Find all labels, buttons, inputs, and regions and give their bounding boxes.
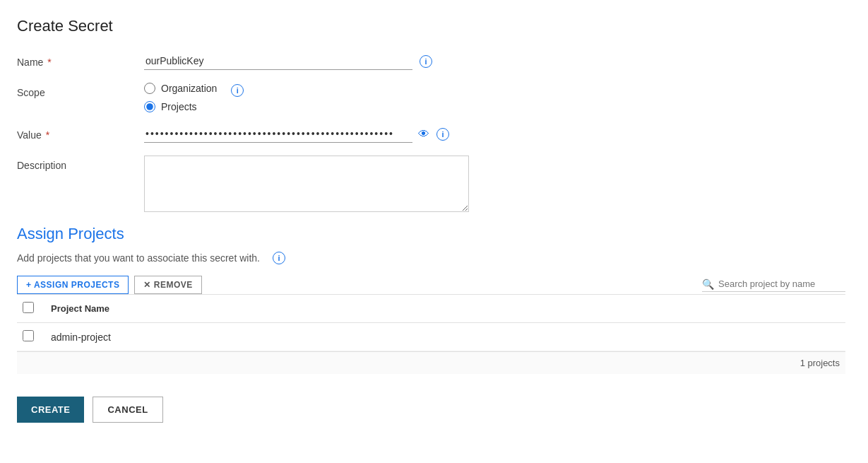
remove-button[interactable]: ✕ REMOVE bbox=[134, 276, 201, 294]
scope-options-wrap: Organization Projects i bbox=[144, 83, 244, 112]
assign-title-part1: Assign bbox=[17, 225, 68, 242]
table-footer: 1 projects bbox=[17, 351, 845, 374]
scope-projects-option[interactable]: Projects bbox=[144, 101, 217, 112]
select-all-checkbox[interactable] bbox=[23, 302, 34, 313]
description-label: Description bbox=[17, 156, 144, 171]
assign-title-part2: Projects bbox=[68, 225, 124, 242]
scope-organization-label: Organization bbox=[161, 83, 217, 94]
row-checkbox-cell bbox=[17, 323, 45, 351]
name-row: Name * i bbox=[17, 52, 845, 70]
value-row: Value * 👁 i bbox=[17, 125, 845, 143]
scope-options: Organization Projects bbox=[144, 83, 217, 112]
toggle-visibility-icon[interactable]: 👁 bbox=[418, 128, 429, 141]
scope-info-icon[interactable]: i bbox=[231, 84, 244, 97]
search-icon: 🔍 bbox=[702, 279, 714, 290]
create-button[interactable]: CREATE bbox=[17, 397, 84, 423]
value-required-indicator: * bbox=[43, 129, 49, 141]
action-buttons: CREATE CANCEL bbox=[17, 388, 845, 423]
assign-info-icon[interactable]: i bbox=[273, 252, 285, 264]
scope-control-wrap: Organization Projects i bbox=[144, 83, 845, 112]
assign-projects-title: Assign Projects bbox=[17, 225, 845, 243]
search-input[interactable] bbox=[718, 279, 845, 289]
name-label: Name * bbox=[17, 52, 144, 68]
cancel-button[interactable]: CANCEL bbox=[93, 397, 162, 423]
assign-projects-button[interactable]: + ASSIGN PROJECTS bbox=[17, 276, 129, 294]
description-textarea[interactable] bbox=[144, 156, 469, 212]
value-input[interactable] bbox=[144, 125, 412, 143]
required-indicator: * bbox=[44, 57, 51, 68]
scope-row: Scope Organization Projects i bbox=[17, 83, 845, 112]
value-label: Value * bbox=[17, 125, 144, 141]
description-control-wrap bbox=[144, 156, 845, 212]
page-title: Create Secret bbox=[17, 17, 845, 35]
value-control-wrap: 👁 i bbox=[144, 125, 845, 143]
scope-label: Scope bbox=[17, 83, 144, 98]
form-section: Name * i Scope Organization bbox=[17, 52, 845, 212]
scope-organization-radio[interactable] bbox=[144, 83, 155, 94]
assign-projects-section: Assign Projects Add projects that you wa… bbox=[17, 225, 845, 374]
toolbar-left: + ASSIGN PROJECTS ✕ REMOVE bbox=[17, 276, 202, 294]
assign-description: Add projects that you want to associate … bbox=[17, 252, 845, 264]
projects-table: Project Name admin-project bbox=[17, 294, 845, 351]
scope-organization-option[interactable]: Organization bbox=[144, 83, 217, 94]
table-header-row: Project Name bbox=[17, 295, 845, 323]
select-all-header bbox=[17, 295, 45, 323]
row-checkbox[interactable] bbox=[23, 330, 34, 341]
search-wrap: 🔍 bbox=[702, 279, 845, 292]
page-container: Create Secret Name * i Scope bbox=[0, 0, 868, 463]
table-header: Project Name bbox=[17, 295, 845, 323]
project-name-header: Project Name bbox=[45, 295, 845, 323]
projects-toolbar: + ASSIGN PROJECTS ✕ REMOVE 🔍 bbox=[17, 276, 845, 294]
scope-projects-label: Projects bbox=[161, 101, 197, 112]
name-control-wrap: i bbox=[144, 52, 845, 70]
table-row: admin-project bbox=[17, 323, 845, 351]
project-name-cell: admin-project bbox=[45, 323, 845, 351]
description-row: Description bbox=[17, 156, 845, 212]
name-input[interactable] bbox=[144, 52, 412, 70]
name-info-icon[interactable]: i bbox=[420, 55, 432, 68]
scope-projects-radio[interactable] bbox=[144, 101, 155, 112]
password-wrap: 👁 bbox=[144, 125, 429, 143]
table-body: admin-project bbox=[17, 323, 845, 351]
value-info-icon[interactable]: i bbox=[436, 128, 449, 141]
